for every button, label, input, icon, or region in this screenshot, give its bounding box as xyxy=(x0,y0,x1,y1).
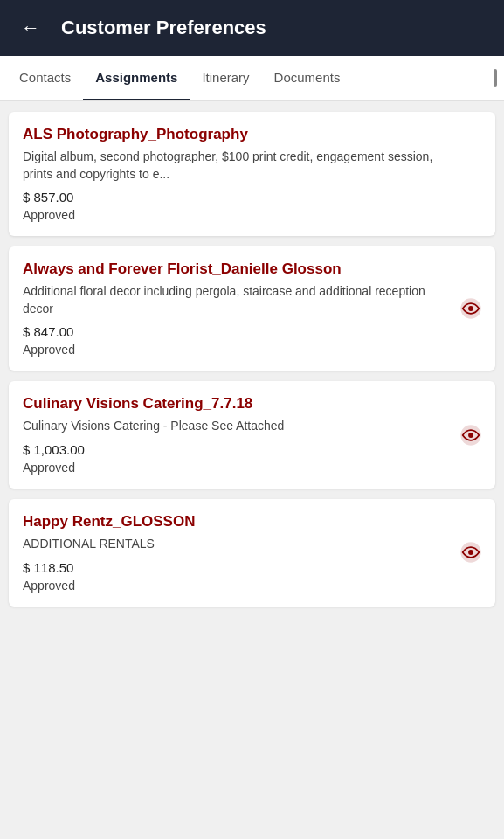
eye-icon xyxy=(459,540,483,565)
scroll-indicator xyxy=(494,69,497,87)
card-description: Culinary Visions Catering - Please See A… xyxy=(23,418,481,435)
view-button[interactable] xyxy=(459,423,483,447)
back-button[interactable]: ← xyxy=(14,13,47,43)
assignments-list: ALS Photography_Photography Digital albu… xyxy=(0,101,504,617)
svg-point-1 xyxy=(468,306,473,311)
eye-icon xyxy=(459,296,483,321)
tab-contacts[interactable]: Contacts xyxy=(7,56,83,100)
tab-itinerary[interactable]: Itinerary xyxy=(190,56,261,100)
card-price: $ 118.50 xyxy=(23,560,481,575)
card-status: Approved xyxy=(23,208,481,222)
svg-point-3 xyxy=(468,433,473,438)
card-status: Approved xyxy=(23,461,481,475)
tab-documents[interactable]: Documents xyxy=(262,56,353,100)
tab-bar-scroll: Contacts Assignments Itinerary Documents xyxy=(7,56,494,100)
list-item: ALS Photography_Photography Digital albu… xyxy=(9,112,495,236)
card-title: ALS Photography_Photography xyxy=(23,126,481,143)
card-description: ADDITIONAL RENTALS xyxy=(23,536,481,553)
card-status: Approved xyxy=(23,579,481,593)
page-title: Customer Preferences xyxy=(61,17,266,39)
back-icon: ← xyxy=(21,17,40,38)
card-price: $ 1,003.00 xyxy=(23,442,481,457)
list-item: Culinary Visions Catering_7.7.18 Culinar… xyxy=(9,381,495,489)
tab-bar: Contacts Assignments Itinerary Documents xyxy=(0,56,504,101)
eye-icon xyxy=(459,423,483,447)
tab-assignments[interactable]: Assignments xyxy=(83,56,190,100)
card-status: Approved xyxy=(23,343,481,357)
list-item: Always and Forever Florist_Danielle Glos… xyxy=(9,246,495,371)
card-title: Happy Rentz_GLOSSON xyxy=(23,513,481,530)
card-price: $ 847.00 xyxy=(23,324,481,339)
card-description: Additional floral decor including pergol… xyxy=(23,283,481,317)
card-title: Always and Forever Florist_Danielle Glos… xyxy=(23,260,481,278)
view-button[interactable] xyxy=(459,540,483,565)
svg-point-5 xyxy=(468,550,473,555)
card-price: $ 857.00 xyxy=(23,190,481,205)
card-title: Culinary Visions Catering_7.7.18 xyxy=(23,395,481,413)
list-item: Happy Rentz_GLOSSON ADDITIONAL RENTALS $… xyxy=(9,499,495,607)
app-header: ← Customer Preferences xyxy=(0,0,504,56)
card-description: Digital album, second photographer, $100… xyxy=(23,149,481,183)
view-button[interactable] xyxy=(459,296,483,321)
